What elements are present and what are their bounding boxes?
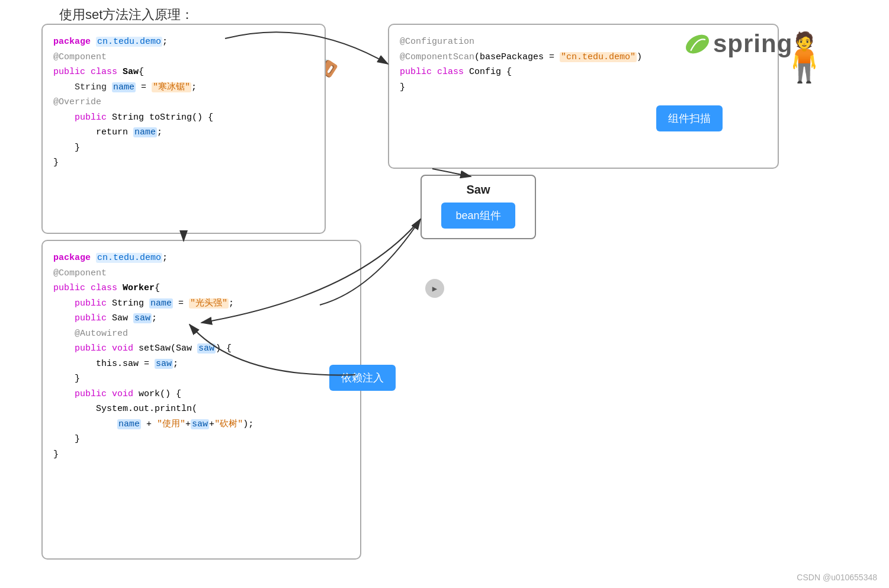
scan-button[interactable]: 组件扫描 <box>656 105 723 131</box>
spring-leaf-icon <box>684 31 711 57</box>
saw-code-box: package cn.tedu.demo; @Component public … <box>41 24 326 234</box>
svg-point-1 <box>684 31 711 57</box>
saw-bean-box: Saw bean组件 <box>421 175 536 239</box>
person-icon: 🧍 <box>775 30 834 88</box>
dep-injection-button[interactable]: 依赖注入 <box>329 365 396 391</box>
worker-code-box: package cn.tedu.demo; @Component public … <box>41 240 361 560</box>
bean-button[interactable]: bean组件 <box>441 203 515 229</box>
page-title: 使用set方法注入原理： <box>59 6 194 24</box>
play-button[interactable]: ▶ <box>425 279 444 298</box>
watermark: CSDN @u010655348 <box>797 573 877 582</box>
saw-bean-title: Saw <box>422 183 535 197</box>
